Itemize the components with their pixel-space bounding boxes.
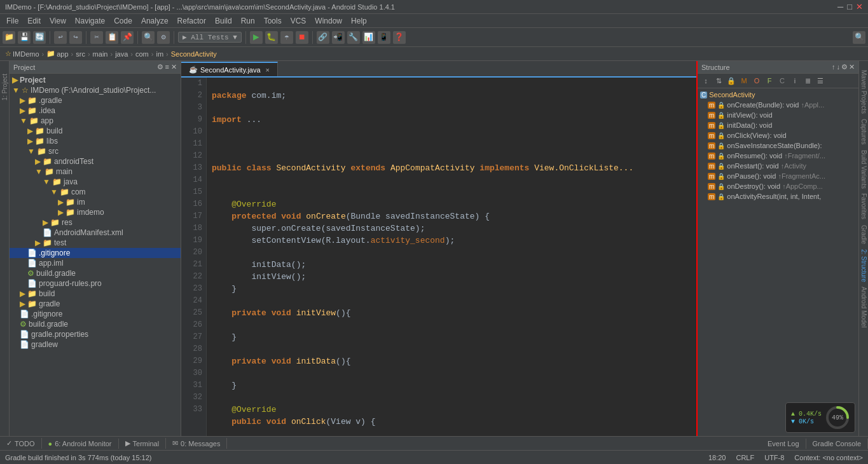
struct-method-onsaveinstancestate[interactable]: m 🔒 onSaveInstanceState(Bundle): bbox=[698, 140, 858, 151]
menu-help[interactable]: Help bbox=[347, 15, 371, 27]
toolbar-icon-4[interactable]: ↩ bbox=[54, 31, 67, 44]
right-tab-gradle[interactable]: Gradle bbox=[860, 222, 868, 247]
menu-navigate[interactable]: Navigate bbox=[71, 15, 109, 27]
tree-proguard[interactable]: 📄 proguard-rules.pro bbox=[10, 278, 181, 289]
tree-gradle-props[interactable]: 📄 gradle.properties bbox=[10, 329, 181, 339]
tree-buildgradle-root[interactable]: ⚙ build.gradle bbox=[10, 319, 181, 329]
tree-buildgradle-app[interactable]: ⚙ build.gradle bbox=[10, 268, 181, 278]
menu-view[interactable]: View bbox=[46, 15, 70, 27]
project-icon-2[interactable]: ≡ bbox=[165, 63, 169, 71]
struct-btn-1[interactable]: ↕ bbox=[700, 75, 712, 86]
toolbar-icon-7[interactable]: 📋 bbox=[106, 31, 118, 44]
toolbar-icon-12[interactable]: 🔧 bbox=[347, 31, 360, 44]
bottom-tab-todo[interactable]: ✓ TODO bbox=[0, 438, 42, 449]
tree-imdemo-pkg[interactable]: ▶ 📁 imdemo bbox=[10, 207, 181, 217]
bottom-tab-messages[interactable]: ✉ 0: Messages bbox=[166, 438, 227, 449]
struct-method-oncreate[interactable]: m 🔒 onCreate(Bundle): void ↑Appl... bbox=[698, 100, 858, 110]
struct-method-initdata[interactable]: m 🔒 initData(): void bbox=[698, 120, 858, 130]
tree-test[interactable]: ▶ 📁 test bbox=[10, 238, 181, 248]
tree-gradlew[interactable]: 📄 gradlew bbox=[10, 339, 181, 350]
struct-icon-3[interactable]: ⚙ bbox=[841, 63, 848, 71]
run-button[interactable]: ▶ bbox=[250, 31, 263, 44]
sync-button[interactable]: 🔗 bbox=[317, 31, 329, 44]
struct-method-onpause[interactable]: m 🔒 onPause(): void ↑FragmentAc... bbox=[698, 171, 858, 181]
stop-button[interactable]: ⏹ bbox=[296, 31, 308, 44]
struct-icon-4[interactable]: ✕ bbox=[849, 63, 855, 71]
project-icon-1[interactable]: ⚙ bbox=[157, 63, 163, 71]
struct-icon-1[interactable]: ↑ bbox=[832, 63, 836, 71]
toolbar-icon-1[interactable]: 📁 bbox=[3, 31, 15, 44]
code-content[interactable]: package com.im; import ... public class … bbox=[207, 78, 696, 436]
breadcrumb-main[interactable]: main bbox=[93, 50, 108, 58]
tree-build-root[interactable]: ▶ 📁 build bbox=[10, 289, 181, 299]
run-config-dropdown[interactable]: ▶ All Tests ▼ bbox=[178, 32, 242, 43]
struct-method-initview[interactable]: m 🔒 initView(): void bbox=[698, 110, 858, 120]
struct-btn-2[interactable]: ⇅ bbox=[713, 75, 724, 86]
tree-java[interactable]: ▼ 📁 java bbox=[10, 177, 181, 187]
line-separator[interactable]: CRLF bbox=[736, 454, 754, 461]
breadcrumb-com[interactable]: com bbox=[135, 50, 149, 58]
tree-androidtest[interactable]: ▶ 📁 androidTest bbox=[10, 156, 181, 167]
toolbar-icon-13[interactable]: 📊 bbox=[362, 31, 375, 44]
encoding[interactable]: UTF-8 bbox=[764, 454, 784, 461]
struct-icon-2[interactable]: ↓ bbox=[837, 63, 841, 71]
tree-res[interactable]: ▶ 📁 res bbox=[10, 217, 181, 228]
struct-btn-m[interactable]: M bbox=[738, 75, 750, 86]
bottom-tab-android-monitor[interactable]: ● 6: Android Monitor bbox=[42, 439, 119, 449]
right-tab-android-model[interactable]: Android Model bbox=[860, 284, 868, 330]
coverage-button[interactable]: ☂ bbox=[280, 31, 293, 44]
tab-secondactivity[interactable]: ☕ SecondActivity.java × bbox=[181, 62, 278, 76]
menu-file[interactable]: File bbox=[3, 15, 22, 27]
struct-method-onclick[interactable]: m 🔒 onClick(View): void bbox=[698, 130, 858, 140]
tree-gitignore-root[interactable]: 📄 .gitignore bbox=[10, 309, 181, 319]
tree-libs[interactable]: ▶ 📁 libs bbox=[10, 136, 181, 146]
toolbar-icon-15[interactable]: ❓ bbox=[393, 31, 406, 44]
project-icon-3[interactable]: ✕ bbox=[171, 63, 177, 71]
breadcrumb-app[interactable]: 📁 app bbox=[46, 50, 68, 58]
right-tab-captures[interactable]: Captures bbox=[860, 116, 868, 147]
close-button[interactable]: ✕ bbox=[856, 2, 863, 11]
menu-vcs[interactable]: VCS bbox=[287, 15, 310, 27]
maximize-button[interactable]: □ bbox=[847, 2, 852, 11]
tree-project-root[interactable]: ▶ Project bbox=[10, 75, 181, 85]
menu-window[interactable]: Window bbox=[311, 15, 346, 27]
toolbar-icon-6[interactable]: ✂ bbox=[90, 31, 103, 44]
tree-build-app[interactable]: ▶ 📁 build bbox=[10, 126, 181, 136]
bottom-tab-gradle-console[interactable]: Gradle Console bbox=[806, 439, 868, 449]
left-tab-project[interactable]: 1: Project bbox=[1, 74, 8, 100]
tree-main[interactable]: ▼ 📁 main bbox=[10, 167, 181, 177]
menu-edit[interactable]: Edit bbox=[24, 15, 45, 27]
tree-app[interactable]: ▼ 📁 app bbox=[10, 116, 181, 126]
toolbar-icon-8[interactable]: 📌 bbox=[121, 31, 134, 44]
right-tab-favorites[interactable]: Favorites bbox=[860, 191, 868, 222]
tree-src[interactable]: ▼ 📁 src bbox=[10, 146, 181, 156]
right-tab-build-variants[interactable]: Build Variants bbox=[860, 147, 868, 191]
breadcrumb-java[interactable]: java bbox=[115, 50, 128, 58]
toolbar-icon-5[interactable]: ↪ bbox=[69, 31, 82, 44]
breadcrumb-imdemo[interactable]: ☆ IMDemo bbox=[5, 50, 39, 58]
breadcrumb-src[interactable]: src bbox=[76, 50, 85, 58]
tree-gitignore-app[interactable]: 📄 .gitignore bbox=[10, 248, 181, 258]
struct-btn-o[interactable]: O bbox=[751, 75, 762, 86]
menu-code[interactable]: Code bbox=[110, 15, 136, 27]
tree-im[interactable]: ▶ 📁 im bbox=[10, 197, 181, 207]
breadcrumb-im[interactable]: im bbox=[156, 50, 163, 58]
right-tab-maven[interactable]: Maven Projects bbox=[860, 67, 868, 116]
struct-btn-5[interactable]: ☰ bbox=[815, 75, 826, 86]
toolbar-icon-9[interactable]: 🔍 bbox=[142, 31, 155, 44]
struct-method-onrestart[interactable]: m 🔒 onRestart(): void ↑Activity bbox=[698, 161, 858, 171]
struct-btn-t[interactable]: ≣ bbox=[802, 75, 813, 86]
tree-gradle-root[interactable]: ▶ 📁 gradle bbox=[10, 299, 181, 309]
breadcrumb-secondactivity[interactable]: SecondActivity bbox=[171, 50, 217, 58]
bottom-tab-event-log[interactable]: Event Log bbox=[761, 439, 806, 449]
toolbar-icon-2[interactable]: 💾 bbox=[18, 31, 31, 44]
bottom-tab-terminal[interactable]: ▶ Terminal bbox=[119, 438, 167, 449]
struct-btn-lock[interactable]: 🔒 bbox=[726, 75, 737, 86]
struct-method-ondestroy[interactable]: m 🔒 onDestroy(): void ↑AppComp... bbox=[698, 181, 858, 191]
struct-method-onresume[interactable]: m 🔒 onResume(): void ↑Fragment/... bbox=[698, 151, 858, 161]
struct-method-onactivityresult[interactable]: m 🔒 onActivityResult(int, int, Intent, bbox=[698, 191, 858, 201]
tree-idea[interactable]: ▶ 📁 .idea bbox=[10, 106, 181, 116]
struct-btn-i[interactable]: i bbox=[789, 75, 801, 86]
tree-com[interactable]: ▼ 📁 com bbox=[10, 187, 181, 197]
menu-tools[interactable]: Tools bbox=[260, 15, 286, 27]
